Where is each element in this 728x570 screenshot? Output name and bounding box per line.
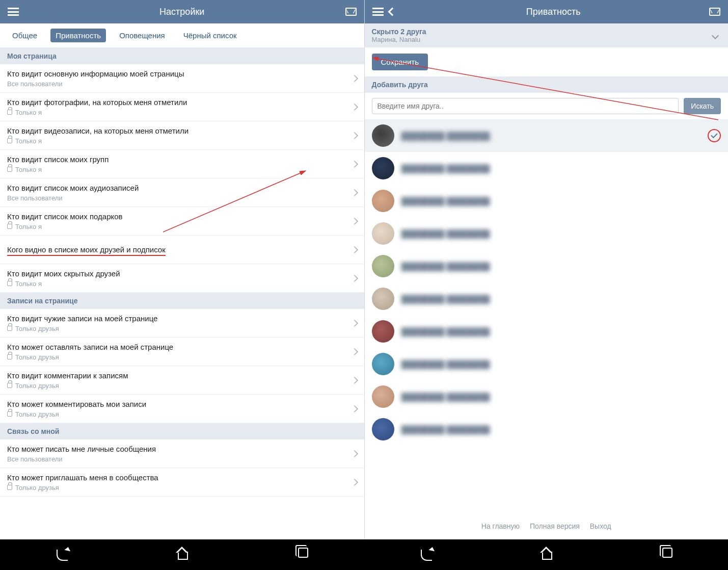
hidden-friends-summary[interactable]: Скрыто 2 друга Марина, Nanalu (365, 23, 729, 47)
setting-title: Кто видит чужие записи на моей странице (7, 314, 352, 324)
friend-row[interactable]: ████████ ████████ (365, 380, 729, 413)
lock-icon (7, 224, 12, 229)
setting-value: Только я (7, 223, 352, 230)
nav-home-button[interactable] (175, 548, 189, 562)
chevron-right-icon (350, 160, 358, 167)
tab-notifications[interactable]: Оповещения (114, 29, 170, 42)
hamburger-icon (8, 8, 19, 16)
nav-home-icon (541, 548, 552, 559)
setting-title: Кто видит список моих групп (7, 154, 352, 165)
avatar (372, 124, 394, 147)
privacy-setting-row[interactable]: Кто видит видеозаписи, на которых меня о… (0, 121, 364, 150)
lock-icon (7, 411, 12, 417)
mail-button[interactable] (344, 5, 358, 19)
friend-name-blurred: ████████ ████████ (401, 425, 721, 434)
search-button[interactable]: Искать (684, 98, 721, 114)
privacy-setting-row[interactable]: Кто может комментировать мои записиТольк… (0, 395, 364, 423)
setting-title: Кто видит моих скрытых друзей (7, 269, 352, 279)
avatar (372, 255, 394, 277)
setting-value: Все пользователи (7, 194, 352, 202)
chevron-right-icon (350, 376, 358, 383)
chevron-right-icon (350, 217, 358, 224)
privacy-setting-row[interactable]: Кто видит комментарии к записямТолько др… (0, 366, 364, 395)
menu-button[interactable] (6, 5, 20, 19)
setting-title: Кто видит список моих аудиозаписей (7, 183, 352, 193)
friend-row[interactable]: ████████ ████████ (365, 250, 729, 282)
chevron-right-icon (350, 478, 358, 485)
nav-recent-button[interactable] (660, 548, 675, 562)
mail-icon (345, 8, 357, 16)
privacy-setting-row[interactable]: Кого видно в списке моих друзей и подпис… (0, 236, 364, 264)
friend-row[interactable]: ████████ ████████ (365, 413, 729, 446)
lock-icon (7, 383, 12, 388)
friend-name-blurred: ████████ ████████ (401, 229, 721, 238)
tab-privacy[interactable]: Приватность (50, 29, 106, 42)
right-header: Приватность (365, 0, 729, 23)
privacy-setting-row[interactable]: Кто может оставлять записи на моей стран… (0, 338, 364, 366)
chevron-right-icon (350, 74, 358, 82)
footer-exit[interactable]: Выход (590, 522, 611, 530)
footer-full[interactable]: Полная версия (530, 522, 580, 530)
avatar (372, 418, 394, 441)
nav-home-icon (176, 548, 187, 559)
left-header: Настройки (0, 0, 364, 23)
footer-links: На главную Полная версия Выход (365, 513, 729, 539)
mail-icon (709, 8, 720, 16)
avatar (372, 320, 394, 343)
nav-back-button[interactable] (53, 548, 68, 562)
section-header: Записи на странице (0, 293, 364, 309)
friend-row[interactable]: ████████ ████████ (365, 152, 729, 185)
left-header-title: Настройки (20, 7, 344, 17)
back-button[interactable] (385, 5, 399, 19)
chevron-right-icon (350, 132, 358, 139)
setting-title: Кто может комментировать мои записи (7, 399, 352, 409)
android-nav-bar (0, 539, 728, 570)
friend-search-input[interactable] (372, 98, 679, 114)
footer-home[interactable]: На главную (481, 522, 520, 530)
nav-recent-icon (298, 548, 308, 558)
nav-recent-button[interactable] (296, 548, 310, 562)
nav-back-button[interactable] (418, 548, 432, 562)
setting-value: Только друзья (7, 484, 352, 491)
mail-button-right[interactable] (708, 5, 722, 19)
section-header: Связь со мной (0, 423, 364, 439)
privacy-setting-row[interactable]: Кто может приглашать меня в сообществаТо… (0, 468, 364, 497)
friend-name-blurred: ████████ ████████ (401, 132, 701, 140)
lock-icon (7, 167, 12, 172)
privacy-setting-row[interactable]: Кто видит моих скрытых друзейТолько я (0, 264, 364, 293)
setting-title: Кого видно в списке моих друзей и подпис… (7, 245, 352, 255)
nav-home-button[interactable] (539, 548, 553, 562)
tab-blacklist[interactable]: Чёрный список (178, 29, 242, 42)
privacy-setting-row[interactable]: Кто видит список моих подарковТолько я (0, 207, 364, 236)
back-arrow-icon (388, 8, 396, 16)
avatar (372, 222, 394, 245)
privacy-setting-row[interactable]: Кто видит список моих аудиозаписейВсе по… (0, 178, 364, 207)
chevron-right-icon (350, 189, 358, 196)
privacy-setting-row[interactable]: Кто может писать мне личные сообщенияВсе… (0, 439, 364, 468)
privacy-setting-row[interactable]: Кто видит список моих группТолько я (0, 150, 364, 178)
setting-title: Кто видит фотографии, на которых меня от… (7, 97, 352, 108)
friend-row[interactable]: ████████ ████████ (365, 217, 729, 250)
setting-title: Кто может приглашать меня в сообщества (7, 473, 352, 483)
privacy-setting-row[interactable]: Кто видит основную информацию моей стран… (0, 64, 364, 93)
setting-value: Только друзья (7, 325, 352, 332)
chevron-right-icon (350, 319, 358, 326)
settings-list[interactable]: Моя страницаКто видит основную информаци… (0, 48, 364, 539)
setting-title: Кто может оставлять записи на моей стран… (7, 342, 352, 352)
menu-button-right[interactable] (371, 5, 385, 19)
setting-value: Только я (7, 166, 352, 173)
friend-row[interactable]: ████████ ████████ (365, 348, 729, 380)
friends-list[interactable]: ████████ ████████████████ ██████████████… (365, 119, 729, 513)
privacy-setting-row[interactable]: Кто видит фотографии, на которых меня от… (0, 93, 364, 121)
friend-row[interactable]: ████████ ████████ (365, 315, 729, 348)
save-button[interactable]: Сохранить (372, 54, 428, 70)
settings-tabs: Общее Приватность Оповещения Чёрный спис… (0, 23, 364, 48)
friend-row[interactable]: ████████ ████████ (365, 119, 729, 152)
tab-general[interactable]: Общее (7, 29, 42, 42)
friend-row[interactable]: ████████ ████████ (365, 282, 729, 315)
friend-name-blurred: ████████ ████████ (401, 327, 721, 336)
save-bar: Сохранить (365, 47, 729, 76)
section-header: Моя страница (0, 48, 364, 64)
friend-row[interactable]: ████████ ████████ (365, 185, 729, 217)
privacy-setting-row[interactable]: Кто видит чужие записи на моей страницеТ… (0, 309, 364, 338)
